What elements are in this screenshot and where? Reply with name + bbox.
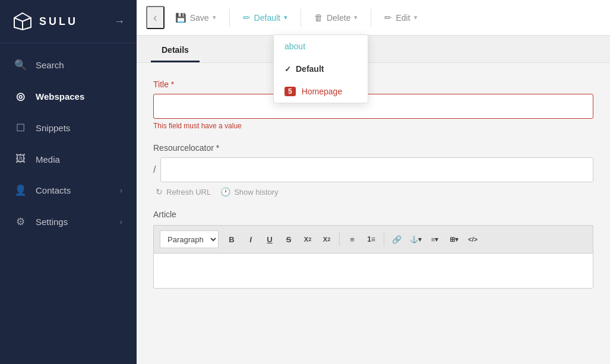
title-section: Title * This field must have a value [153, 80, 593, 130]
logo-text: SULU [39, 15, 78, 28]
edit-dropdown-arrow: ▾ [414, 14, 418, 21]
chevron-right-icon: › [120, 186, 122, 195]
delete-button[interactable]: 🗑 Delete ▾ [306, 8, 366, 27]
paragraph-select[interactable]: Paragraph [160, 230, 219, 248]
article-label: Article [153, 210, 593, 219]
resourcelocator-slash: / [153, 164, 160, 175]
dropdown-item-about[interactable]: about [274, 35, 368, 58]
save-dropdown-arrow: ▾ [213, 14, 216, 21]
tabs-bar: Details [137, 36, 610, 63]
default-dropdown-arrow: ▾ [284, 14, 287, 21]
title-error: This field must have a value [153, 122, 593, 130]
sidebar-navigation: 🔍 Search ◎ Webspaces ☐ Snippets 🖼 Media … [0, 43, 137, 238]
sidebar-item-label-snippets: Snippets [36, 123, 70, 133]
dropdown-item-homepage[interactable]: 5 Homepage [274, 80, 368, 103]
delete-icon: 🗑 [314, 12, 323, 23]
superscript-button[interactable]: X2 [318, 231, 335, 248]
refresh-url-button[interactable]: ↻ Refresh URL [156, 187, 211, 197]
default-dropdown-menu: about ✓ Default 5 Homepage [273, 34, 368, 103]
resourcelocator-actions: ↻ Refresh URL 🕐 Show history [153, 187, 593, 197]
media-icon: 🖼 [14, 153, 26, 165]
save-icon: 💾 [175, 12, 187, 23]
editor-divider-1 [339, 233, 340, 246]
resourcelocator-label: Resourcelocator * [153, 143, 593, 153]
align-button[interactable]: ≡▾ [426, 231, 443, 248]
ordered-list-button[interactable]: 1≡ [363, 231, 380, 248]
resourcelocator-row: / [153, 157, 593, 182]
article-section: Article Paragraph B I U S X2 X2 ≡ 1≡ 🔗 [153, 210, 593, 289]
source-button[interactable]: </> [464, 231, 481, 248]
dropdown-item-default[interactable]: ✓ Default [274, 58, 368, 80]
show-history-label: Show history [234, 188, 278, 197]
title-input[interactable] [153, 94, 593, 119]
default-icon: ✏ [243, 12, 251, 23]
save-button[interactable]: 💾 Save ▾ [167, 8, 225, 28]
settings-icon: ⚙ [14, 216, 26, 228]
toolbar: ‹ 💾 Save ▾ ✏ Default ▾ 🗑 Delete ▾ ✏ Edit… [137, 0, 610, 36]
check-icon: ✓ [285, 65, 291, 74]
title-label: Title * [153, 80, 593, 89]
italic-button[interactable]: I [242, 231, 259, 248]
strikethrough-button[interactable]: S [280, 231, 297, 248]
sidebar-item-contacts[interactable]: 👤 Contacts › [0, 175, 137, 206]
sidebar-item-search[interactable]: 🔍 Search [0, 49, 137, 81]
sidebar-item-label-contacts: Contacts [36, 185, 71, 195]
dropdown-about-label: about [285, 42, 305, 51]
main-content: ‹ 💾 Save ▾ ✏ Default ▾ 🗑 Delete ▾ ✏ Edit… [137, 0, 610, 364]
bold-button[interactable]: B [223, 231, 240, 248]
show-history-button[interactable]: 🕐 Show history [220, 187, 278, 197]
search-icon: 🔍 [14, 59, 26, 71]
refresh-url-label: Refresh URL [166, 188, 211, 197]
resourcelocator-input[interactable] [160, 157, 593, 182]
tab-details[interactable]: Details [151, 38, 200, 62]
logo-area: SULU → [0, 0, 137, 43]
default-label: Default [254, 13, 280, 23]
sidebar-item-label-settings: Settings [36, 217, 68, 227]
toolbar-divider-2 [301, 9, 301, 27]
editor-toolbar: Paragraph B I U S X2 X2 ≡ 1≡ 🔗 ⚓▾ ≡▾ ⊞▾ [153, 225, 593, 253]
snippets-icon: ☐ [14, 122, 26, 134]
dropdown-default-label: Default [296, 64, 324, 74]
link-button[interactable]: 🔗 [388, 231, 405, 248]
sidebar-collapse-icon[interactable]: → [114, 15, 125, 28]
anchor-button[interactable]: ⚓▾ [407, 231, 424, 248]
edit-icon: ✏ [384, 12, 392, 23]
editor-divider-2 [384, 233, 384, 246]
edit-button[interactable]: ✏ Edit ▾ [376, 8, 425, 28]
dropdown-homepage-label: Homepage [302, 87, 343, 96]
chevron-right-icon-settings: › [120, 217, 122, 226]
unordered-list-button[interactable]: ≡ [344, 231, 361, 248]
editor-body[interactable] [153, 253, 593, 289]
save-label: Save [190, 13, 209, 23]
back-button[interactable]: ‹ [146, 6, 165, 29]
table-button[interactable]: ⊞▾ [445, 231, 462, 248]
toolbar-divider-1 [229, 9, 230, 27]
form-content: Title * This field must have a value Res… [137, 63, 610, 364]
underline-button[interactable]: U [261, 231, 278, 248]
resourcelocator-section: Resourcelocator * / ↻ Refresh URL 🕐 Show… [153, 143, 593, 197]
default-button[interactable]: ✏ Default ▾ [235, 8, 296, 28]
history-icon: 🕐 [220, 187, 230, 197]
sidebar-item-label-search: Search [36, 60, 64, 70]
edit-label: Edit [396, 13, 410, 23]
toolbar-divider-3 [371, 9, 371, 27]
sidebar: SULU → 🔍 Search ◎ Webspaces ☐ Snippets 🖼… [0, 0, 137, 364]
sidebar-item-webspaces[interactable]: ◎ Webspaces [0, 81, 137, 112]
refresh-icon: ↻ [156, 187, 163, 197]
webspaces-icon: ◎ [14, 90, 26, 103]
sidebar-item-settings[interactable]: ⚙ Settings › [0, 206, 137, 238]
sulu-logo-icon [12, 11, 33, 32]
contacts-icon: 👤 [14, 184, 26, 197]
homepage-badge: 5 [285, 87, 296, 96]
subscript-button[interactable]: X2 [299, 231, 316, 248]
sidebar-item-label-webspaces: Webspaces [36, 91, 84, 102]
delete-label: Delete [327, 13, 350, 23]
tab-details-label: Details [162, 45, 189, 55]
sidebar-item-snippets[interactable]: ☐ Snippets [0, 112, 137, 144]
form-area: Title * This field must have a value Res… [137, 63, 610, 314]
delete-dropdown-arrow: ▾ [354, 14, 358, 21]
sidebar-item-label-media: Media [36, 154, 60, 164]
sidebar-item-media[interactable]: 🖼 Media [0, 144, 137, 175]
